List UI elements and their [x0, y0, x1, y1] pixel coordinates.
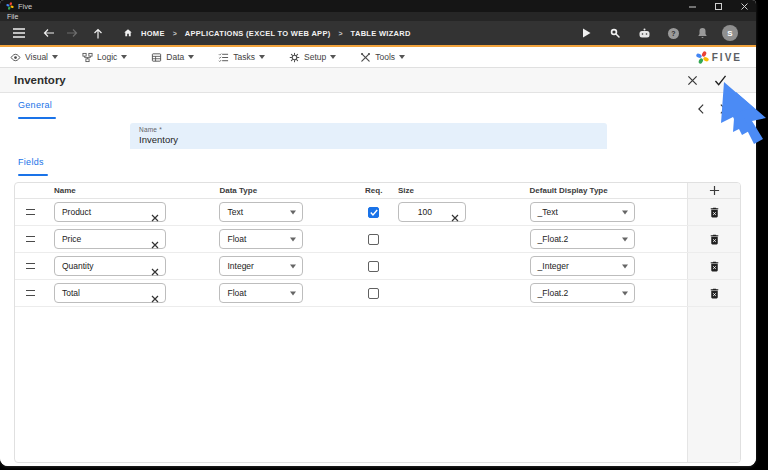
assistant-bot-icon[interactable]: [635, 24, 653, 42]
breadcrumb-home[interactable]: HOME: [141, 29, 165, 38]
up-arrow-icon[interactable]: [89, 24, 107, 42]
breadcrumb-page[interactable]: TABLE WIZARD: [351, 29, 411, 38]
record-header: Inventory: [0, 68, 756, 93]
brand-text: FIVE: [712, 52, 742, 63]
field-row-total: Total Float: [15, 280, 740, 307]
breadcrumb-separator: >: [339, 30, 343, 37]
minimize-button[interactable]: [689, 3, 696, 10]
required-checkbox[interactable]: [368, 288, 379, 299]
fields-table: Name Data Type Req. Size Default Display…: [14, 182, 741, 463]
tasks-checklist-icon: [218, 52, 229, 63]
menu-setup[interactable]: Setup: [289, 52, 336, 63]
required-checkbox[interactable]: [368, 207, 379, 218]
help-icon[interactable]: ?: [664, 24, 682, 42]
default-display-type-select[interactable]: _Text: [530, 202, 635, 222]
menu-tools[interactable]: Tools: [360, 52, 405, 63]
header-data-type: Data Type: [219, 186, 257, 195]
field-name-input[interactable]: Price: [54, 229, 166, 249]
chevron-down-icon: [622, 237, 628, 241]
data-table-icon: [151, 52, 162, 63]
field-name-input[interactable]: Quantity: [54, 256, 166, 276]
chevron-down-icon: [188, 55, 194, 59]
tab-general[interactable]: General: [18, 100, 52, 110]
back-arrow-icon[interactable]: [40, 24, 58, 42]
chevron-down-icon: [290, 264, 296, 268]
default-display-type-select[interactable]: _Float.2: [530, 283, 635, 303]
search-icon[interactable]: [606, 24, 624, 42]
next-record-chevron[interactable]: [716, 102, 730, 116]
tab-fields-underline: [18, 174, 48, 176]
field-name-input[interactable]: Total: [54, 283, 166, 303]
field-row-product: Product Text 100: [15, 199, 740, 226]
forward-arrow-icon[interactable]: [63, 24, 81, 42]
five-pinwheel-icon: [696, 51, 709, 64]
tab-general-underline: [18, 117, 56, 119]
header-size: Size: [398, 186, 414, 195]
name-field-value: Inventory: [139, 134, 598, 145]
tools-icon: [360, 52, 371, 63]
default-display-type-select[interactable]: _Integer: [530, 256, 635, 276]
delete-field-button[interactable]: [706, 204, 723, 221]
window-title: Five: [18, 2, 32, 11]
form-content: General Name * Inventory Fields Name Dat…: [0, 93, 756, 466]
menu-tasks[interactable]: Tasks: [218, 52, 265, 63]
drag-handle-icon[interactable]: [26, 209, 35, 215]
close-window-button[interactable]: [741, 3, 748, 10]
chevron-down-icon: [330, 55, 336, 59]
tab-fields[interactable]: Fields: [18, 157, 44, 167]
field-row-price: Price Float: [15, 226, 740, 253]
add-field-button[interactable]: [706, 182, 723, 199]
header-name: Name: [54, 186, 76, 195]
chevron-down-icon: [399, 55, 405, 59]
data-type-select[interactable]: Text: [219, 202, 303, 222]
hamburger-menu-icon[interactable]: [10, 24, 28, 42]
chevron-down-icon: [290, 291, 296, 295]
svg-text:?: ?: [671, 30, 675, 37]
file-menu-bar: File: [0, 12, 756, 21]
size-input[interactable]: 100: [398, 202, 466, 222]
file-menu[interactable]: File: [7, 13, 18, 20]
delete-field-button[interactable]: [706, 285, 723, 302]
data-type-select[interactable]: Integer: [219, 256, 303, 276]
drag-handle-icon[interactable]: [26, 236, 35, 242]
clear-icon[interactable]: [151, 235, 159, 243]
cancel-close-button[interactable]: [684, 72, 701, 89]
clear-icon[interactable]: [451, 208, 459, 216]
drag-handle-icon[interactable]: [26, 290, 35, 296]
table-header-row: Name Data Type Req. Size Default Display…: [15, 183, 740, 199]
breadcrumb-application[interactable]: APPLICATIONS (EXCEL TO WEB APP): [185, 29, 331, 38]
chevron-down-icon: [290, 237, 296, 241]
clear-icon[interactable]: [151, 262, 159, 270]
run-play-icon[interactable]: [577, 24, 595, 42]
window-title-bar: Five: [0, 0, 756, 12]
clear-icon[interactable]: [151, 289, 159, 297]
maximize-button[interactable]: [715, 3, 722, 10]
data-type-select[interactable]: Float: [219, 229, 303, 249]
required-checkbox[interactable]: [368, 261, 379, 272]
default-display-type-select[interactable]: _Float.2: [530, 229, 635, 249]
header-default-display-type: Default Display Type: [530, 186, 608, 195]
five-brand-logo: FIVE: [696, 47, 742, 68]
required-checkbox[interactable]: [368, 234, 379, 245]
notifications-bell-icon[interactable]: [693, 24, 711, 42]
previous-record-chevron[interactable]: [694, 102, 708, 116]
home-icon[interactable]: [119, 24, 137, 42]
delete-field-button[interactable]: [706, 231, 723, 248]
drag-handle-icon[interactable]: [26, 263, 35, 269]
logic-flow-icon: [82, 52, 93, 63]
name-field[interactable]: Name * Inventory: [130, 123, 607, 149]
menu-logic[interactable]: Logic: [82, 52, 127, 63]
five-logo-icon: [6, 2, 14, 10]
clear-icon[interactable]: [151, 208, 159, 216]
save-confirm-button[interactable]: [712, 72, 729, 89]
gear-icon: [289, 52, 300, 63]
app-menu-bar: Visual Logic Data Tasks Setup Tools: [0, 45, 756, 68]
menu-data[interactable]: Data: [151, 52, 194, 63]
delete-field-button[interactable]: [706, 258, 723, 275]
field-name-input[interactable]: Product: [54, 202, 166, 222]
chevron-down-icon: [622, 291, 628, 295]
menu-visual[interactable]: Visual: [10, 52, 58, 63]
data-type-select[interactable]: Float: [219, 283, 303, 303]
user-avatar[interactable]: S: [722, 25, 738, 41]
field-row-quantity: Quantity Integer: [15, 253, 740, 280]
